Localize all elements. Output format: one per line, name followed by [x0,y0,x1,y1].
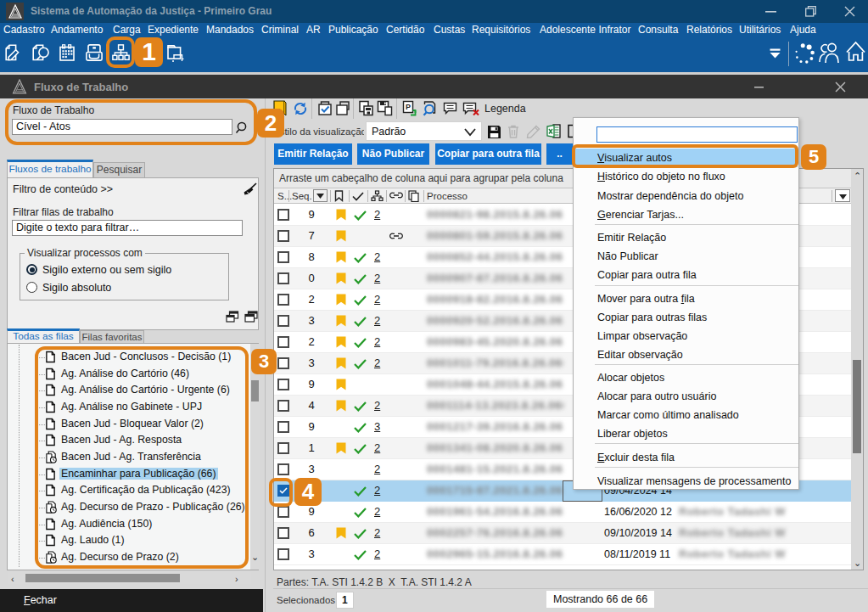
svg-text:P: P [406,103,411,111]
